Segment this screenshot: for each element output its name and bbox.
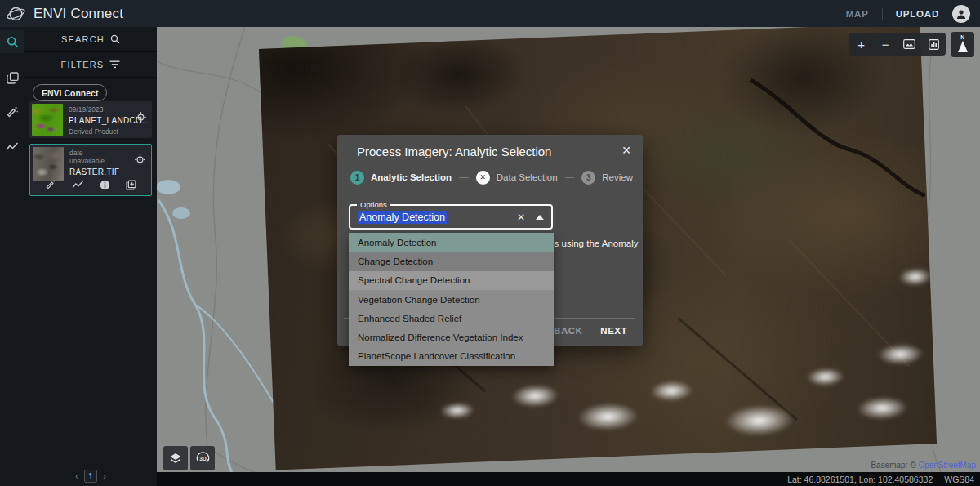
app-title: ENVI Connect (33, 6, 123, 22)
step2-circle: ✕ (476, 171, 490, 185)
dialog-actions: BACK NEXT (554, 326, 627, 336)
back-button[interactable]: BACK (554, 326, 582, 336)
dialog-close-button[interactable]: ✕ (621, 144, 631, 157)
envi-logo-icon (6, 4, 26, 24)
left-icon-rail (0, 27, 24, 486)
rail-analytics-tab[interactable] (0, 100, 24, 123)
trend-line-icon (72, 181, 84, 189)
search-section-header[interactable]: SEARCH (24, 27, 157, 52)
compass-needle-icon (958, 41, 968, 52)
selected-option-text: Anomaly Detection (358, 211, 447, 224)
filters-label: FILTERS (61, 60, 105, 69)
info-button[interactable] (100, 180, 110, 190)
zoom-to-layer-button[interactable] (135, 154, 145, 165)
card-date-line1: date (69, 149, 119, 157)
histogram-icon (929, 39, 939, 50)
magic-wand-icon (45, 179, 56, 190)
image-icon (903, 39, 915, 49)
rail-collections-tab[interactable] (0, 66, 24, 89)
compass-n-label: N (960, 34, 964, 40)
analytic-options-dropdown: Anomaly Detection Change Detection Spect… (349, 233, 554, 366)
prev-page-button[interactable]: ‹ (75, 470, 78, 482)
map-toolbar: + − (849, 33, 946, 56)
results-pagination: ‹ 1 › (24, 470, 157, 483)
add-layer-icon (126, 180, 136, 190)
info-icon (100, 180, 110, 190)
options-select-field[interactable]: Options Anomaly Detection ✕ (349, 204, 553, 230)
step3-label: Review (602, 172, 633, 182)
raster-thumbnail (33, 147, 64, 181)
rail-search-tab[interactable] (0, 30, 24, 53)
landcover-thumbnail (32, 104, 63, 136)
rotate-3d-icon: 3D (195, 451, 211, 466)
basemap-attribution: Basemap: © OpenStreetMap (871, 461, 976, 470)
step1-circle: 1 (350, 171, 364, 185)
timeseries-button[interactable] (72, 181, 84, 189)
zoom-to-layer-button[interactable] (136, 112, 146, 123)
step-analytic-selection[interactable]: 1 Analytic Selection (350, 171, 452, 185)
card-title: RASTER.TIF (69, 167, 119, 176)
attribution-prefix: Basemap: © (871, 461, 915, 470)
option-ndvi[interactable]: Normalized Difference Vegetation Index (349, 328, 554, 346)
nav-divider (882, 8, 883, 20)
step3-circle: 3 (581, 171, 595, 185)
compass-reset-north-button[interactable]: N (951, 32, 974, 57)
add-to-map-button[interactable] (126, 180, 136, 190)
collapse-dropdown-icon[interactable] (536, 215, 544, 220)
envi-connect-app: + − N (0, 0, 980, 486)
search-icon (7, 36, 19, 48)
option-change-detection[interactable]: Change Detection (349, 252, 554, 270)
card-date-line2: unavailable (69, 157, 119, 165)
crosshair-icon (136, 112, 146, 123)
option-anomaly-detection[interactable]: Anomaly Detection (349, 233, 554, 252)
card-action-row (30, 177, 151, 192)
svg-text:3D: 3D (199, 456, 207, 461)
step-data-selection[interactable]: ✕ Data Selection (476, 171, 558, 185)
search-label: SEARCH (61, 34, 105, 44)
coordinate-statusbar: Lat: 46.88261501, Lon: 102.40586332 WGS8… (157, 472, 980, 486)
step1-label: Analytic Selection (371, 172, 452, 182)
card-subtitle: Derived Product (69, 127, 149, 136)
step-review[interactable]: 3 Review (581, 171, 633, 185)
filters-section-header[interactable]: FILTERS (24, 52, 157, 78)
basemap-layers-button[interactable] (163, 446, 188, 470)
option-vegetation-change-detection[interactable]: Vegetation Change Detection (349, 290, 554, 309)
layers-icon (169, 453, 182, 465)
legend-button[interactable] (922, 33, 947, 56)
rail-timeseries-tab[interactable] (0, 135, 24, 158)
stepper-connector (565, 177, 575, 178)
toggle-3d-view-button[interactable]: 3D (190, 446, 215, 470)
zoom-out-button[interactable]: − (874, 33, 898, 56)
datum-link[interactable]: WGS84 (944, 475, 974, 484)
option-enhanced-shaded-relief[interactable]: Enhanced Shaded Relief (349, 309, 554, 328)
account-avatar-button[interactable] (952, 5, 970, 23)
openstreetmap-link[interactable]: OpenStreetMap (918, 461, 976, 470)
filter-chip-envi-connect[interactable]: ENVI Connect (33, 84, 107, 101)
clear-selection-icon[interactable]: ✕ (517, 212, 525, 223)
dialog-stepper: 1 Analytic Selection ✕ Data Selection 3 … (350, 170, 633, 185)
top-navigation: MAP UPLOAD (846, 5, 980, 23)
filter-icon (109, 60, 120, 69)
person-icon (956, 8, 967, 20)
card-meta: date unavailable RASTER.TIF (69, 149, 119, 176)
stepper-connector (459, 177, 469, 178)
cursor-coordinates: Lat: 46.88261501, Lon: 102.40586332 (787, 475, 933, 484)
dialog-title: Process Imagery: Analytic Selection (357, 145, 551, 158)
next-page-button[interactable]: › (103, 470, 106, 482)
basemap-picker-button[interactable] (898, 33, 922, 56)
current-page-button[interactable]: 1 (84, 470, 97, 483)
result-card-raster-tif[interactable]: date unavailable RASTER.TIF (29, 144, 152, 196)
trend-line-icon (6, 142, 19, 151)
magic-wand-icon (6, 105, 19, 118)
next-button[interactable]: NEXT (600, 326, 627, 336)
process-imagery-button[interactable] (45, 179, 56, 190)
result-card-planet-landcover[interactable]: 09/19/2023 PLANET_LANDCO... Derived Prod… (29, 101, 152, 138)
copy-stack-icon (7, 72, 19, 84)
option-spectral-change-detection[interactable]: Spectral Change Detection (349, 271, 554, 290)
nav-map-button[interactable]: MAP (846, 9, 869, 19)
nav-upload-button[interactable]: UPLOAD (896, 9, 939, 19)
option-planetscope-landcover-classification[interactable]: PlanetScope Landcover Classification (349, 347, 554, 366)
step2-label: Data Selection (497, 172, 558, 182)
zoom-in-button[interactable]: + (849, 33, 874, 56)
analytic-description-fragment: ls using the Anomaly (552, 239, 638, 248)
